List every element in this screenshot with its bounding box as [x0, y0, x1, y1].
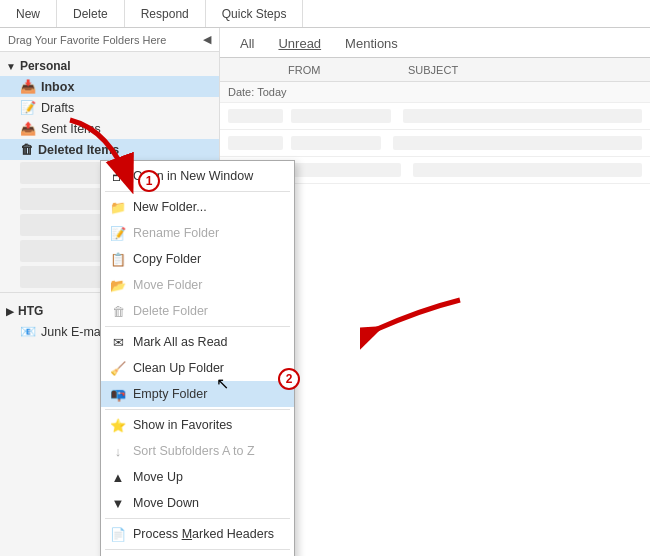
- tab-unread[interactable]: Unread: [266, 32, 333, 57]
- sent-icon: 📤: [20, 121, 36, 136]
- ribbon-respond[interactable]: Respond: [125, 0, 206, 27]
- menu-sep-4: [105, 518, 290, 519]
- ribbon-bar: New Delete Respond Quick Steps: [0, 0, 650, 28]
- tab-mentions[interactable]: Mentions: [333, 32, 410, 57]
- empty-folder-icon: 📭: [109, 385, 127, 403]
- sort-subfolders-icon: ↓: [109, 442, 127, 460]
- mark-all-read-icon: ✉: [109, 333, 127, 351]
- junk-label: Junk E-mail: [41, 325, 106, 339]
- tab-all-label: All: [240, 36, 254, 51]
- badge-1: 1: [138, 170, 160, 192]
- show-favorites-label: Show in Favorites: [133, 418, 286, 432]
- process-marked-label: Process Marked Headers: [133, 527, 286, 541]
- main-layout: Drag Your Favorite Folders Here ◀ ▼ Pers…: [0, 28, 650, 556]
- inbox-label: Inbox: [41, 80, 74, 94]
- personal-label: Personal: [20, 59, 71, 73]
- htg-triangle: ▶: [6, 306, 14, 317]
- menu-sep-3: [105, 409, 290, 410]
- new-folder-icon: 📁: [109, 198, 127, 216]
- folder-inbox[interactable]: 📥 Inbox: [0, 76, 219, 97]
- menu-properties[interactable]: 🔧 Properties...: [101, 552, 294, 556]
- menu-rename-folder: 📝 Rename Folder: [101, 220, 294, 246]
- ribbon-quick-steps-label: Quick Steps: [222, 7, 287, 21]
- menu-empty-folder[interactable]: 📭 Empty Folder: [101, 381, 294, 407]
- empty-folder-label: Empty Folder: [133, 387, 286, 401]
- ribbon-respond-label: Respond: [141, 7, 189, 21]
- copy-folder-icon: 📋: [109, 250, 127, 268]
- menu-delete-folder: 🗑 Delete Folder: [101, 298, 294, 324]
- email-list-header: FROM SUBJECT: [220, 58, 650, 82]
- drafts-icon: 📝: [20, 100, 36, 115]
- email-from-1: [291, 109, 391, 123]
- move-folder-label: Move Folder: [133, 278, 286, 292]
- copy-folder-label: Copy Folder: [133, 252, 286, 266]
- move-down-icon: ▼: [109, 494, 127, 512]
- menu-sep-1: [105, 191, 290, 192]
- menu-open-new-window[interactable]: 🗗 Open in New Window: [101, 163, 294, 189]
- sort-subfolders-label: Sort Subfolders A to Z: [133, 444, 286, 458]
- personal-section[interactable]: ▼ Personal: [0, 56, 219, 76]
- col-header-from: FROM: [288, 64, 408, 76]
- ribbon-new-label: New: [16, 7, 40, 21]
- favorites-bar: Drag Your Favorite Folders Here ◀: [0, 28, 219, 52]
- menu-copy-folder[interactable]: 📋 Copy Folder: [101, 246, 294, 272]
- email-icons-1: [228, 109, 283, 123]
- tab-all[interactable]: All: [228, 32, 266, 57]
- badge-2: 2: [278, 368, 300, 390]
- delete-folder-icon: 🗑: [109, 302, 127, 320]
- menu-new-folder[interactable]: 📁 New Folder...: [101, 194, 294, 220]
- process-marked-icon: 📄: [109, 525, 127, 543]
- ribbon-new[interactable]: New: [0, 0, 57, 27]
- menu-mark-all-read[interactable]: ✉ Mark All as Read: [101, 329, 294, 355]
- ribbon-delete[interactable]: Delete: [57, 0, 125, 27]
- clean-up-label: Clean Up Folder: [133, 361, 286, 375]
- inbox-icon: 📥: [20, 79, 36, 94]
- menu-move-down[interactable]: ▼ Move Down: [101, 490, 294, 516]
- delete-folder-label: Delete Folder: [133, 304, 286, 318]
- htg-label: HTG: [18, 304, 43, 318]
- deleted-icon: 🗑: [20, 142, 33, 157]
- personal-triangle: ▼: [6, 61, 16, 72]
- tab-mentions-label: Mentions: [345, 36, 398, 51]
- context-menu: 🗗 Open in New Window 📁 New Folder... 📝 R…: [100, 160, 295, 556]
- menu-sep-2: [105, 326, 290, 327]
- deleted-label: Deleted Items: [38, 143, 119, 157]
- tab-bar: All Unread Mentions: [220, 28, 650, 58]
- menu-move-folder: 📂 Move Folder: [101, 272, 294, 298]
- show-favorites-icon: ⭐: [109, 416, 127, 434]
- sent-label: Sent Items: [41, 122, 101, 136]
- rename-folder-label: Rename Folder: [133, 226, 286, 240]
- email-from-3: [291, 163, 401, 177]
- clean-up-icon: 🧹: [109, 359, 127, 377]
- menu-sep-5: [105, 549, 290, 550]
- folder-sent[interactable]: 📤 Sent Items: [0, 118, 219, 139]
- collapse-icon[interactable]: ◀: [203, 33, 211, 46]
- badge-1-label: 1: [146, 174, 153, 188]
- menu-move-up[interactable]: ▲ Move Up: [101, 464, 294, 490]
- menu-clean-up-folder[interactable]: 🧹 Clean Up Folder: [101, 355, 294, 381]
- favorites-label: Drag Your Favorite Folders Here: [8, 34, 166, 46]
- email-row-1[interactable]: [220, 103, 650, 130]
- drafts-label: Drafts: [41, 101, 74, 115]
- folder-deleted[interactable]: 🗑 Deleted Items: [0, 139, 219, 160]
- email-row-2[interactable]: [220, 130, 650, 157]
- new-folder-label: New Folder...: [133, 200, 286, 214]
- mark-all-read-label: Mark All as Read: [133, 335, 286, 349]
- rename-folder-icon: 📝: [109, 224, 127, 242]
- folder-drafts[interactable]: 📝 Drafts: [0, 97, 219, 118]
- email-icons-2: [228, 136, 283, 150]
- menu-sort-subfolders: ↓ Sort Subfolders A to Z: [101, 438, 294, 464]
- menu-process-marked[interactable]: 📄 Process Marked Headers: [101, 521, 294, 547]
- email-from-2: [291, 136, 381, 150]
- junk-icon: 📧: [20, 324, 36, 339]
- move-up-icon: ▲: [109, 468, 127, 486]
- move-folder-icon: 📂: [109, 276, 127, 294]
- ribbon-quick-steps[interactable]: Quick Steps: [206, 0, 304, 27]
- menu-show-favorites[interactable]: ⭐ Show in Favorites: [101, 412, 294, 438]
- date-group-today: Date: Today: [220, 82, 650, 103]
- email-subject-2: [393, 136, 642, 150]
- email-subject-3: [413, 163, 642, 177]
- ribbon-delete-label: Delete: [73, 7, 108, 21]
- email-subject-1: [403, 109, 642, 123]
- badge-2-label: 2: [286, 372, 293, 386]
